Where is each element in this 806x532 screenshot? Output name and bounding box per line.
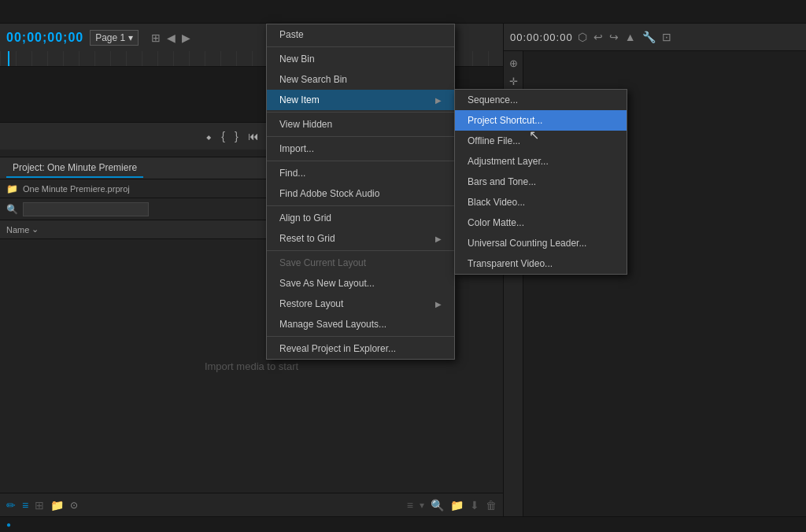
- search-input[interactable]: [23, 202, 149, 216]
- separator-2: [267, 112, 454, 113]
- menu-item-reveal-in-explorer[interactable]: Reveal Project in Explorer...: [267, 338, 454, 359]
- context-menu: Paste New Bin New Search Bin New Item ▶ …: [266, 24, 455, 360]
- caption-icon[interactable]: ⊡: [662, 31, 671, 43]
- page-selector[interactable]: Page 1 ▾: [90, 30, 139, 46]
- menu-item-save-as-new-layout[interactable]: Save As New Layout...: [267, 273, 454, 294]
- name-column-header[interactable]: Name ⌄: [6, 224, 39, 235]
- menu-item-new-search-bin[interactable]: New Search Bin: [267, 69, 454, 90]
- separator-6: [267, 250, 454, 251]
- undo-icon[interactable]: ↩: [593, 31, 603, 43]
- import-hint: Import media to start: [205, 360, 298, 372]
- menu-item-paste[interactable]: Paste: [267, 24, 454, 45]
- wrench-icon[interactable]: 🔧: [642, 31, 656, 43]
- folder2-icon[interactable]: 📁: [450, 499, 464, 512]
- move-icon[interactable]: ✛: [509, 76, 518, 87]
- project-file-name: One Minute Premiere.prproj: [23, 184, 130, 194]
- menu-item-align-grid[interactable]: Align to Grid: [267, 208, 454, 228]
- page-label: Page 1: [95, 32, 125, 43]
- separator-1: [267, 46, 454, 47]
- search2-icon[interactable]: 🔍: [431, 499, 444, 512]
- mark-next-icon[interactable]: }: [235, 130, 238, 142]
- menu-item-find-stock-audio[interactable]: Find Adobe Stock Audio: [267, 183, 454, 204]
- sort-icon: ⌄: [31, 224, 39, 235]
- mark-in-icon[interactable]: ⬥: [205, 130, 212, 142]
- lift-icon[interactable]: ▲: [625, 31, 636, 43]
- status-bar: ●: [0, 516, 806, 532]
- menu-item-manage-saved-layouts[interactable]: Manage Saved Layouts...: [267, 314, 454, 334]
- import-icon[interactable]: ⬇: [470, 499, 479, 512]
- delete-icon[interactable]: 🗑: [486, 499, 497, 512]
- menu-item-view-hidden[interactable]: View Hidden: [267, 114, 454, 135]
- search-icon: 🔍: [6, 204, 18, 215]
- fit-icon[interactable]: ⊕: [509, 57, 518, 69]
- menu-item-new-item[interactable]: New Item ▶ Sequence... Project Shortcut.…: [267, 90, 454, 110]
- go-start-icon[interactable]: ⏮: [248, 130, 259, 142]
- list-view-icon[interactable]: ≡: [22, 499, 28, 512]
- restore-layout-arrow: ▶: [435, 300, 442, 308]
- timeline-header: 00:00:00:00 ⬡ ↩ ↪ ▲ 🔧 ⊡: [504, 24, 806, 51]
- separator-7: [267, 336, 454, 337]
- timeline-tools: ⬡ ↩ ↪ ▲ 🔧 ⊡: [578, 31, 671, 43]
- separator-3: [267, 136, 454, 137]
- submenu-item-color-matte[interactable]: Color Matte...: [455, 212, 627, 233]
- separator-5: [267, 205, 454, 206]
- app-container: 00;00;00;00 Page 1 ▾ ⊞ ◀ ▶ ⬥ {: [0, 0, 806, 532]
- dropdown-icon[interactable]: ▾: [420, 500, 424, 511]
- bin-icon[interactable]: 📁: [50, 499, 64, 512]
- ripple-icon[interactable]: ⬡: [578, 31, 587, 43]
- submenu-item-offline-file[interactable]: Offline File...: [455, 131, 627, 151]
- reset-grid-arrow: ▶: [435, 235, 442, 243]
- main-timecode: 00;00;00;00: [6, 31, 83, 45]
- separator-4: [267, 161, 454, 161]
- menu-item-restore-layout[interactable]: Restore Layout ▶: [267, 294, 454, 314]
- submenu: Sequence... Project Shortcut... Offline …: [454, 89, 627, 275]
- submenu-item-project-shortcut[interactable]: Project Shortcut...: [455, 110, 627, 131]
- project-tab[interactable]: Project: One Minute Premiere: [6, 159, 143, 178]
- new-item-arrow: ▶: [435, 96, 442, 105]
- redo-icon[interactable]: ↪: [609, 31, 619, 43]
- grid-icon[interactable]: ⊞: [151, 31, 161, 44]
- list-options-icon[interactable]: ≡: [407, 499, 413, 512]
- project-bottom: ✏ ≡ ⊞ 📁 ⊙ ≡ ▾ 🔍 📁 ⬇ 🗑: [0, 493, 503, 516]
- menu-item-reset-grid[interactable]: Reset to Grid ▶: [267, 228, 454, 249]
- menu-item-save-current-layout: Save Current Layout: [267, 253, 454, 273]
- menu-item-new-bin[interactable]: New Bin: [267, 49, 454, 69]
- timeline-timecode: 00:00:00:00: [510, 31, 573, 43]
- top-bar: [0, 0, 806, 24]
- submenu-item-bars-tone[interactable]: Bars and Tone...: [455, 172, 627, 192]
- menu-item-import[interactable]: Import...: [267, 139, 454, 159]
- submenu-item-black-video[interactable]: Black Video...: [455, 192, 627, 212]
- nav-prev-icon[interactable]: ◀: [167, 31, 176, 44]
- submenu-item-adjustment-layer[interactable]: Adjustment Layer...: [455, 151, 627, 172]
- folder-icon: 📁: [6, 183, 18, 194]
- submenu-item-universal-counting[interactable]: Universal Counting Leader...: [455, 233, 627, 253]
- icon-view-icon[interactable]: ⊞: [35, 499, 44, 512]
- page-dropdown-icon: ▾: [128, 32, 133, 43]
- mark-prev-icon[interactable]: {: [221, 130, 225, 142]
- submenu-item-sequence[interactable]: Sequence...: [455, 90, 627, 110]
- status-icon: ●: [6, 520, 11, 529]
- new-item-icon[interactable]: ✏: [6, 499, 16, 512]
- zoom-slider[interactable]: ⊙: [70, 500, 78, 511]
- menu-item-find[interactable]: Find...: [267, 163, 454, 183]
- name-label: Name: [6, 225, 29, 235]
- submenu-item-transparent-video[interactable]: Transparent Video...: [455, 253, 627, 274]
- nav-next-icon[interactable]: ▶: [182, 31, 190, 44]
